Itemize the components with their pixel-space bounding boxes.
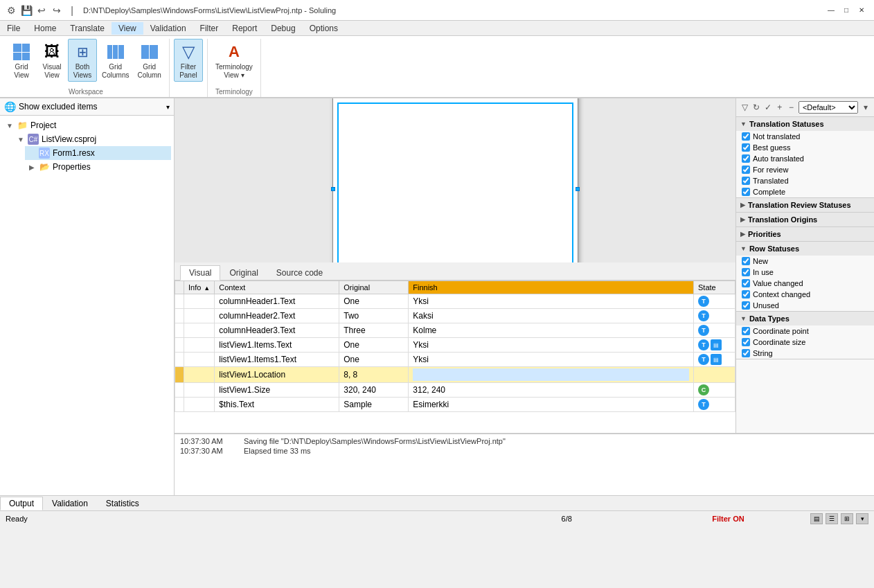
bottom-tab-validation[interactable]: Validation — [43, 497, 97, 510]
row-finnish-input[interactable] — [409, 367, 694, 383]
table-row[interactable]: columnHeader2.Text Two Kaksi T — [175, 309, 735, 323]
filter-dropdown-icon[interactable]: ▾ — [861, 101, 870, 114]
window-buttons: — □ ✕ — [824, 5, 868, 16]
statusbar-icon-2[interactable]: ☰ — [826, 513, 838, 524]
properties-expand[interactable]: ▶ — [28, 163, 36, 171]
col-finnish[interactable]: Finnish — [409, 281, 694, 294]
filter-item-value-changed: Value changed — [736, 278, 874, 289]
cb-for-review[interactable] — [742, 166, 750, 174]
filter-add-icon[interactable]: + — [775, 101, 784, 114]
redo-icon[interactable]: ↪ — [51, 5, 62, 16]
col-context[interactable]: Context — [215, 281, 339, 294]
project-expand[interactable]: ▼ — [6, 121, 14, 130]
row-original: 320, 240 — [339, 383, 409, 398]
sidebar: 🌐 Show excluded items ▾ ▼ 📁 Project ▼ C#… — [0, 98, 175, 495]
col-state[interactable]: State — [694, 281, 735, 294]
menu-validation[interactable]: Validation — [143, 22, 193, 35]
bottom-tab-statistics[interactable]: Statistics — [97, 497, 148, 510]
filter-section-review-header[interactable]: ▶ Translation Review Statuses — [736, 198, 874, 212]
col-original[interactable]: Original — [339, 281, 409, 294]
menu-file[interactable]: File — [0, 22, 27, 35]
globe-icon: 🌐 — [4, 101, 16, 112]
filter-section-priorities-header[interactable]: ▶ Priorities — [736, 227, 874, 241]
sidebar-item-form1resx[interactable]: RX Form1.resx — [25, 146, 171, 160]
filter-profile-select[interactable]: <Default> — [799, 101, 858, 114]
tab-original[interactable]: Original — [220, 265, 267, 280]
tab-bar: Visual Original Source code — [175, 262, 735, 280]
filter-section-origins-header[interactable]: ▶ Translation Origins — [736, 213, 874, 226]
maximize-button[interactable]: □ — [839, 5, 853, 16]
sidebar-item-listview[interactable]: ▼ C# ListView.csproj — [14, 132, 171, 146]
filter-check-icon[interactable]: ✓ — [764, 101, 773, 114]
ribbon-btn-grid-view[interactable]: GridView — [7, 39, 36, 82]
ribbon-btn-both-views[interactable]: ⊞ BothViews — [68, 39, 97, 82]
statusbar-icon-1[interactable]: ▤ — [810, 513, 823, 524]
table-row[interactable]: $this.Text Sample Esimerkki T — [175, 398, 735, 412]
statusbar-ready: Ready — [6, 515, 164, 523]
status-badge: T — [698, 310, 709, 321]
cb-auto-translated[interactable] — [742, 154, 750, 163]
table-row[interactable]: columnHeader3.Text Three Kolme T — [175, 323, 735, 338]
menu-debug[interactable]: Debug — [264, 22, 302, 35]
cb-translated[interactable] — [742, 177, 750, 185]
table-row[interactable]: listView1.Items1.Text One Yksi T ▤ — [175, 353, 735, 367]
ribbon-btn-grid-columns[interactable]: GridColumns — [98, 39, 132, 82]
table-row[interactable]: listView1.Items.Text One Yksi T ▤ — [175, 338, 735, 353]
filter-item-not-translated: Not translated — [736, 131, 874, 142]
cb-string[interactable] — [742, 349, 750, 357]
minimize-button[interactable]: — — [824, 5, 838, 16]
filter-section-row-header[interactable]: ▼ Row Statuses — [736, 242, 874, 256]
statusbar-icon-dropdown[interactable]: ▾ — [856, 513, 868, 524]
filter-section-data-header[interactable]: ▼ Data Types — [736, 312, 874, 326]
cb-coordinate-point[interactable] — [742, 327, 750, 335]
handle-mr[interactable] — [576, 187, 580, 191]
tab-visual[interactable]: Visual — [180, 265, 220, 280]
sidebar-item-properties[interactable]: ▶ 📂 Properties — [25, 160, 171, 174]
label-unused: Unused — [753, 301, 779, 310]
group-icon: ▤ — [711, 354, 722, 365]
show-excluded-dropdown[interactable]: ▾ — [166, 103, 170, 111]
undo-icon[interactable]: ↩ — [36, 5, 47, 16]
handle-ml[interactable] — [331, 187, 335, 191]
bottom-tab-output[interactable]: Output — [0, 497, 43, 510]
close-button[interactable]: ✕ — [855, 5, 868, 16]
cb-unused[interactable] — [742, 301, 750, 310]
menu-report[interactable]: Report — [225, 22, 264, 35]
project-icon: 📁 — [17, 120, 28, 131]
save-icon[interactable]: 💾 — [21, 5, 32, 16]
cb-complete[interactable] — [742, 188, 750, 196]
ribbon-btn-visual-view[interactable]: 🖼 VisualView — [37, 39, 66, 82]
filter-section-translation-header[interactable]: ▼ Translation Statuses — [736, 117, 874, 131]
menu-filter[interactable]: Filter — [193, 22, 226, 35]
table-row-selected[interactable]: listView1.Location 8, 8 — [175, 367, 735, 383]
cb-in-use[interactable] — [742, 268, 750, 276]
tab-source-code[interactable]: Source code — [267, 265, 332, 280]
ribbon-btn-filter-panel[interactable]: ▽ FilterPanel — [174, 39, 203, 82]
listview-expand[interactable]: ▼ — [17, 135, 25, 143]
ribbon-btn-terminology-view[interactable]: A TerminologyView ▾ — [212, 39, 256, 82]
menu-translate[interactable]: Translate — [63, 22, 112, 35]
menu-options[interactable]: Options — [303, 22, 345, 35]
form1-expand — [28, 149, 36, 157]
cb-new[interactable] — [742, 257, 750, 265]
data-types-label: Data Types — [749, 314, 790, 323]
table-row[interactable]: columnHeader1.Text One Yksi T — [175, 294, 735, 309]
sidebar-item-project[interactable]: ▼ 📁 Project — [3, 118, 171, 132]
ribbon-btn-grid-column[interactable]: GridColumn — [134, 39, 164, 82]
cb-context-changed[interactable] — [742, 290, 750, 299]
filter-minus-icon[interactable]: − — [787, 101, 796, 114]
menu-home[interactable]: Home — [27, 22, 63, 35]
row-context: listView1.Location — [215, 367, 339, 383]
col-info[interactable]: Info▲ — [184, 281, 215, 294]
statusbar-icon-3[interactable]: ⊞ — [841, 513, 853, 524]
table-row[interactable]: listView1.Size 320, 240 312, 240 C — [175, 383, 735, 398]
cb-value-changed[interactable] — [742, 279, 750, 287]
cb-coordinate-size[interactable] — [742, 338, 750, 346]
grid-scroll[interactable]: Info▲ Context Original Finnish State — [175, 280, 735, 433]
filter-icon[interactable]: ▽ — [740, 101, 749, 114]
empty-input[interactable] — [413, 368, 689, 381]
cb-best-guess[interactable] — [742, 143, 750, 152]
cb-not-translated[interactable] — [742, 132, 750, 141]
filter-refresh-icon[interactable]: ↻ — [752, 101, 761, 114]
menu-view[interactable]: View — [112, 22, 143, 35]
